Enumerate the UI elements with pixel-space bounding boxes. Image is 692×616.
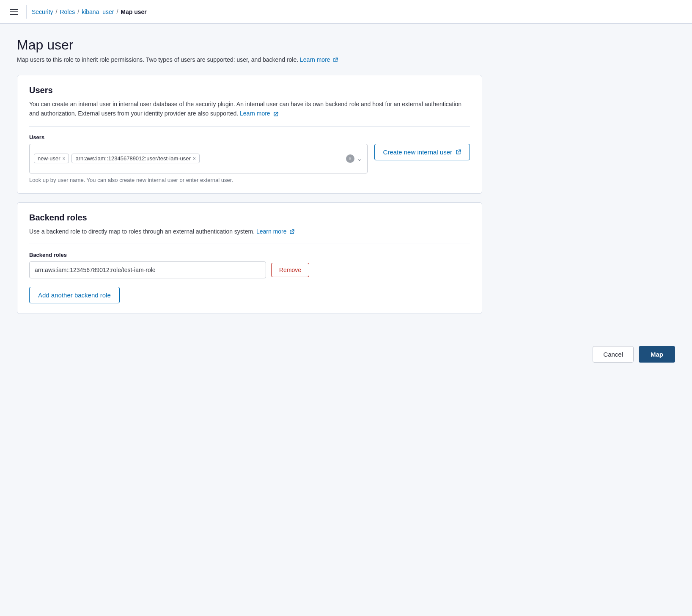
page-title: Map user [17, 37, 482, 53]
breadcrumb-roles[interactable]: Roles [60, 8, 75, 15]
backend-roles-title: Backend roles [29, 213, 470, 223]
users-card-title: Users [29, 85, 470, 95]
user-tag-0: new-user × [34, 154, 69, 163]
map-button[interactable]: Map [639, 346, 675, 363]
breadcrumb: Security / Roles / kibana_user / Map use… [32, 8, 147, 15]
backend-role-row-0: Remove [29, 261, 470, 278]
backend-roles-divider [29, 244, 470, 244]
users-field-label: Users [29, 134, 470, 140]
backend-roles-external-link-icon [289, 229, 294, 234]
user-tag-label-0: new-user [38, 155, 60, 162]
user-tag-remove-0[interactable]: × [62, 156, 65, 161]
users-learn-more-link[interactable]: Learn more [240, 110, 278, 117]
users-lookup-hint: Look up by user name. You can also creat… [29, 177, 470, 183]
cancel-button[interactable]: Cancel [593, 346, 634, 363]
backend-role-remove-0[interactable]: Remove [271, 263, 309, 277]
users-row: new-user × arn:aws:iam::123456789012:use… [29, 144, 470, 173]
external-link-icon [333, 58, 338, 63]
users-divider [29, 126, 470, 126]
backend-roles-description: Use a backend role to directly map to ro… [29, 227, 470, 236]
breadcrumb-sep-2: / [77, 8, 79, 15]
breadcrumb-sep-1: / [56, 8, 58, 15]
users-combobox[interactable]: new-user × arn:aws:iam::123456789012:use… [29, 144, 368, 173]
user-tag-1: arn:aws:iam::123456789012:user/test-iam-… [71, 154, 199, 163]
combobox-controls: × ⌄ [346, 154, 363, 163]
users-external-link-icon [273, 112, 278, 117]
backend-roles-field-label: Backend roles [29, 252, 470, 258]
add-backend-role-button[interactable]: Add another backend role [29, 287, 120, 303]
user-tag-remove-1[interactable]: × [193, 156, 196, 161]
breadcrumb-kibana-user[interactable]: kibana_user [82, 8, 114, 15]
main-content: Map user Map users to this role to inher… [0, 24, 499, 336]
hamburger-menu[interactable] [7, 6, 21, 18]
users-card: Users You can create an internal user in… [17, 75, 482, 194]
combobox-clear-button[interactable]: × [346, 154, 354, 163]
user-tag-label-1: arn:aws:iam::123456789012:user/test-iam-… [75, 155, 190, 162]
create-user-external-link-icon [456, 149, 461, 155]
page-learn-more-link[interactable]: Learn more [300, 56, 338, 63]
backend-roles-learn-more-link[interactable]: Learn more [256, 228, 294, 235]
breadcrumb-sep-3: / [116, 8, 118, 15]
nav-divider [26, 5, 27, 19]
breadcrumb-security[interactable]: Security [32, 8, 53, 15]
top-nav: Security / Roles / kibana_user / Map use… [0, 0, 692, 24]
backend-role-input-0[interactable] [29, 261, 266, 278]
backend-roles-card: Backend roles Use a backend role to dire… [17, 202, 482, 314]
page-subtitle: Map users to this role to inherit role p… [17, 56, 482, 63]
create-internal-user-button[interactable]: Create new internal user [374, 144, 470, 160]
breadcrumb-current: Map user [121, 8, 146, 15]
users-card-description: You can create an internal user in inter… [29, 99, 470, 118]
combobox-dropdown-button[interactable]: ⌄ [356, 154, 363, 163]
footer-actions: Cancel Map [0, 336, 692, 373]
